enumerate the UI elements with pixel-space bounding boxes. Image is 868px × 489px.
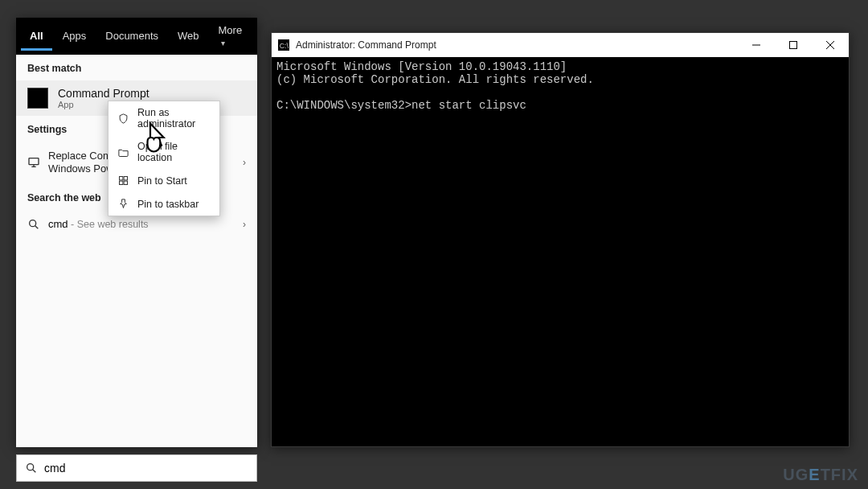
window-title: Administrator: Command Prompt xyxy=(296,39,436,51)
context-item-label: Pin to Start xyxy=(137,175,187,187)
svg-rect-2 xyxy=(120,177,123,180)
tab-more-label: More xyxy=(219,24,243,36)
pin-taskbar-icon xyxy=(117,198,129,210)
chevron-right-icon: › xyxy=(243,157,246,168)
svg-text:C:\: C:\ xyxy=(280,42,289,50)
terminal-body[interactable]: Microsoft Windows [Version 10.0.19043.11… xyxy=(272,57,849,446)
cmd-app-icon: C:\ xyxy=(278,39,289,51)
context-pin-to-start[interactable]: Pin to Start xyxy=(108,169,219,192)
start-search-panel: All Apps Documents Web More ▾ Best match… xyxy=(16,18,257,447)
search-tabs: All Apps Documents Web More ▾ xyxy=(16,18,257,55)
taskbar-search-box[interactable] xyxy=(16,454,257,482)
best-match-title: Command Prompt xyxy=(58,87,149,100)
monitor-icon xyxy=(27,156,40,169)
tab-web[interactable]: Web xyxy=(169,22,208,51)
shield-admin-icon xyxy=(117,113,129,125)
context-pin-to-taskbar[interactable]: Pin to taskbar xyxy=(108,192,219,216)
svg-point-1 xyxy=(30,220,36,226)
maximize-icon xyxy=(789,41,797,49)
svg-rect-5 xyxy=(124,181,127,184)
svg-rect-9 xyxy=(790,42,797,49)
context-menu: Run as administrator Open file location … xyxy=(108,101,220,216)
maximize-button[interactable] xyxy=(775,33,812,57)
command-prompt-thumb-icon xyxy=(27,88,48,109)
terminal-typed-command: net start clipsvc xyxy=(411,99,526,112)
terminal-prompt: C:\WINDOWS\system32> xyxy=(276,99,411,112)
terminal-line: (c) Microsoft Corporation. All rights re… xyxy=(276,73,594,86)
best-match-label: Best match xyxy=(16,55,257,80)
svg-rect-0 xyxy=(29,158,39,165)
close-button[interactable] xyxy=(812,33,849,57)
tab-more[interactable]: More ▾ xyxy=(210,16,252,57)
tab-apps[interactable]: Apps xyxy=(54,22,96,51)
svg-point-6 xyxy=(27,464,34,471)
folder-open-icon xyxy=(117,146,129,158)
minimize-icon xyxy=(752,41,760,49)
web-result-primary: cmd xyxy=(48,218,68,230)
search-icon xyxy=(25,462,38,475)
svg-rect-4 xyxy=(120,181,123,184)
svg-rect-3 xyxy=(124,177,127,180)
chevron-down-icon: ▾ xyxy=(221,39,225,47)
search-input[interactable] xyxy=(44,462,248,475)
tab-all[interactable]: All xyxy=(21,22,52,51)
titlebar[interactable]: C:\ Administrator: Command Prompt xyxy=(272,33,849,57)
close-icon xyxy=(826,41,834,49)
context-item-label: Pin to taskbar xyxy=(137,199,199,210)
pointer-cursor-icon xyxy=(141,121,170,154)
tab-documents[interactable]: Documents xyxy=(96,22,167,51)
search-icon xyxy=(27,218,40,231)
pin-start-icon xyxy=(117,175,129,187)
title-controls xyxy=(738,33,849,57)
chevron-right-icon: › xyxy=(243,219,246,230)
watermark: UGETFIX xyxy=(783,466,858,484)
terminal-line: Microsoft Windows [Version 10.0.19043.11… xyxy=(276,60,567,73)
command-prompt-window: C:\ Administrator: Command Prompt Micros… xyxy=(271,32,850,447)
web-result-secondary: - See web results xyxy=(68,219,149,230)
minimize-button[interactable] xyxy=(738,33,775,57)
